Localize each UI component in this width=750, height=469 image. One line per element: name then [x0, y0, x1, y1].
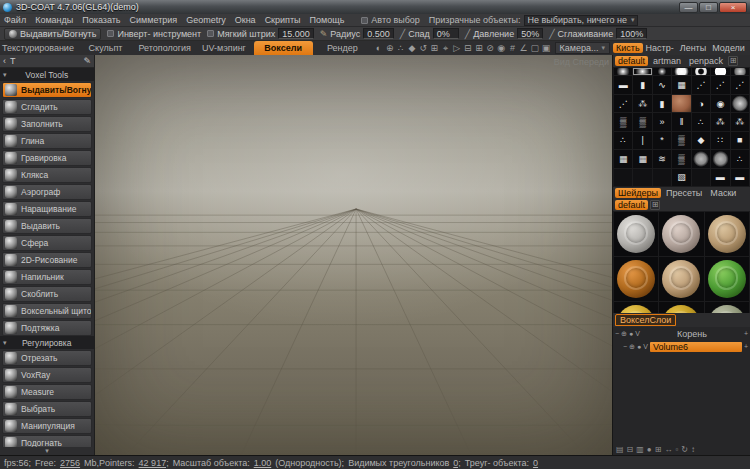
tool-item-active[interactable]: Выдавить/Вогнуть	[2, 82, 92, 98]
back-icon[interactable]: ‹	[3, 56, 6, 66]
brush-thumbnail[interactable]: ⋰	[711, 76, 729, 93]
refresh-icon[interactable]: ↻	[681, 445, 688, 454]
brush-thumbnail[interactable]	[731, 68, 749, 75]
shader-tab-1[interactable]: Пресеты	[663, 188, 705, 198]
tool-item[interactable]: Скоблить	[2, 286, 92, 302]
viewport-3d[interactable]: Вид Спереди	[95, 55, 612, 455]
tool-item[interactable]: Напильник	[2, 269, 92, 285]
auto-select-checkbox[interactable]	[361, 17, 368, 24]
pose-icon[interactable]: ⊕	[385, 43, 394, 53]
shader-tab-0[interactable]: Шейдеры	[615, 188, 661, 198]
swap-icon[interactable]: ↔	[664, 445, 672, 454]
falloff-value[interactable]: 0%	[433, 28, 459, 39]
brush-thumbnail[interactable]: ◉	[711, 95, 729, 112]
collapse-icon[interactable]: −	[623, 343, 627, 350]
scatter-icon[interactable]: ∴	[396, 43, 405, 53]
shader-cell[interactable]	[705, 302, 749, 313]
record-icon[interactable]: ●	[647, 445, 652, 454]
shader-cell[interactable]	[705, 257, 749, 301]
add-shader-set-icon[interactable]: ⊞	[650, 200, 660, 210]
brush-thumbnail[interactable]: ⁂	[633, 95, 651, 112]
room-tab-2[interactable]: Ретопология	[135, 41, 194, 55]
brush-thumbnail[interactable]	[633, 68, 651, 75]
brush-thumbnail[interactable]: ▮	[633, 76, 651, 93]
brush-thumbnail[interactable]: ⋰	[692, 76, 710, 93]
brush-thumbnail[interactable]: ▒	[633, 113, 651, 130]
brush-thumbnail[interactable]	[633, 169, 651, 186]
tool-item[interactable]: Выбрать	[2, 401, 92, 417]
minimize-button[interactable]: —	[679, 2, 698, 13]
tool-item[interactable]: Отрезать	[2, 350, 92, 366]
menu-1[interactable]: Команды	[35, 15, 73, 25]
menu-0[interactable]: Файл	[4, 15, 26, 25]
brush-thumbnail[interactable]	[672, 68, 690, 75]
brush-thumbnail[interactable]	[692, 150, 710, 167]
brush-thumbnail[interactable]: ‖	[672, 113, 690, 130]
add-layer-icon[interactable]: +	[744, 330, 748, 337]
visibility-icon[interactable]: ●	[637, 343, 641, 350]
brush-thumbnail[interactable]	[653, 169, 671, 186]
shader-cell[interactable]	[659, 212, 703, 256]
rp-tab-3[interactable]: Модели	[709, 43, 748, 53]
brush-thumbnail[interactable]	[614, 169, 632, 186]
visibility-icon[interactable]: ●	[629, 330, 633, 337]
tool-item[interactable]: Глина	[2, 133, 92, 149]
brush-thumbnail[interactable]: ≋	[653, 150, 671, 167]
brush-thumbnail[interactable]: ∴	[614, 132, 632, 149]
move-icon[interactable]: ⊞	[430, 43, 439, 53]
frame-icon[interactable]: ▢	[530, 43, 539, 53]
menu-7[interactable]: Помощь	[310, 15, 345, 25]
layers-icon[interactable]: ▤	[616, 445, 624, 454]
tab-voxel-layers[interactable]: ВокселСлои	[615, 314, 676, 326]
tool-item[interactable]: Заполнить	[2, 116, 92, 132]
rotate-icon[interactable]: ↺	[419, 43, 428, 53]
brush-set-1[interactable]: artman	[650, 56, 684, 66]
pressure-value[interactable]: 50%	[517, 28, 543, 39]
brush-thumbnail[interactable]: »	[653, 113, 671, 130]
panel-right-icon[interactable]: ⊞	[474, 43, 483, 53]
brush-thumbnail[interactable]: ▒	[614, 113, 632, 130]
tool-item[interactable]: Аэрограф	[2, 184, 92, 200]
shader-cell[interactable]	[614, 257, 658, 301]
brush-thumbnail[interactable]: ◆	[692, 132, 710, 149]
play-icon[interactable]: ▷	[452, 43, 461, 53]
maximize-button[interactable]: □	[699, 2, 718, 13]
room-tab-5[interactable]: Рендер	[313, 41, 372, 55]
brush-thumbnail[interactable]	[692, 169, 710, 186]
layer-row[interactable]: −⊕●VКорень+	[613, 327, 750, 340]
brush-thumbnail[interactable]	[731, 95, 749, 112]
tool-item[interactable]: Выдавить	[2, 218, 92, 234]
tool-item[interactable]: Наращивание	[2, 201, 92, 217]
add-brush-set-icon[interactable]: ⊞	[728, 56, 738, 66]
shader-cell[interactable]	[659, 302, 703, 313]
target-icon[interactable]: ◉	[497, 43, 506, 53]
droplet-icon[interactable]: ◆	[407, 43, 416, 53]
brush-thumbnail[interactable]: ◑	[692, 95, 710, 112]
brush-thumbnail[interactable]: ▬	[711, 169, 729, 186]
ghost-toggle-icon[interactable]: ⊕	[621, 330, 627, 338]
cell-icon[interactable]: ▫	[675, 445, 678, 454]
brush-thumbnail[interactable]: ⋰	[614, 95, 632, 112]
resize-icon[interactable]: ↕	[691, 445, 695, 454]
camera-dropdown[interactable]: Камера... ▾	[555, 42, 610, 54]
smoothing-value[interactable]: 100%	[616, 28, 647, 39]
shader-set-0[interactable]: default	[615, 200, 648, 210]
contrast-icon[interactable]: ◐	[374, 43, 383, 53]
layer-row[interactable]: −⊕●VVolume6+	[613, 340, 750, 353]
brush-thumbnail[interactable]: ▬	[614, 76, 632, 93]
invert-tool-checkbox[interactable]	[107, 30, 114, 37]
brush-thumbnail[interactable]: ∿	[653, 76, 671, 93]
brush-set-0[interactable]: default	[615, 56, 648, 66]
pencil-icon[interactable]: ✎	[83, 56, 91, 66]
brush-thumbnail[interactable]: ▧	[672, 169, 690, 186]
menu-2[interactable]: Показать	[82, 15, 120, 25]
pick-icon[interactable]: ⌖	[441, 43, 450, 54]
brush-thumbnail[interactable]: ▦	[614, 150, 632, 167]
tool-item[interactable]: Гравировка	[2, 150, 92, 166]
ghost-toggle-icon[interactable]: ⊕	[629, 343, 635, 351]
shader-cell[interactable]	[614, 212, 658, 256]
room-tab-0[interactable]: Текстурирование	[0, 41, 76, 55]
brush-thumbnail[interactable]: ∴	[731, 150, 749, 167]
shader-tab-2[interactable]: Маски	[707, 188, 739, 198]
panel-left-icon[interactable]: ⊟	[463, 43, 472, 53]
